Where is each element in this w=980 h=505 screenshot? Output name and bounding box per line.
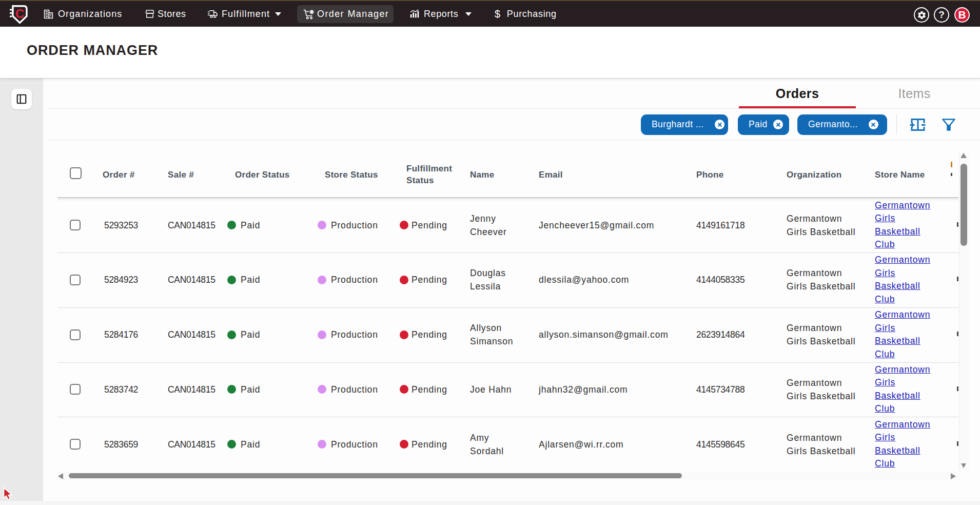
svg-text:C: C (15, 7, 24, 21)
